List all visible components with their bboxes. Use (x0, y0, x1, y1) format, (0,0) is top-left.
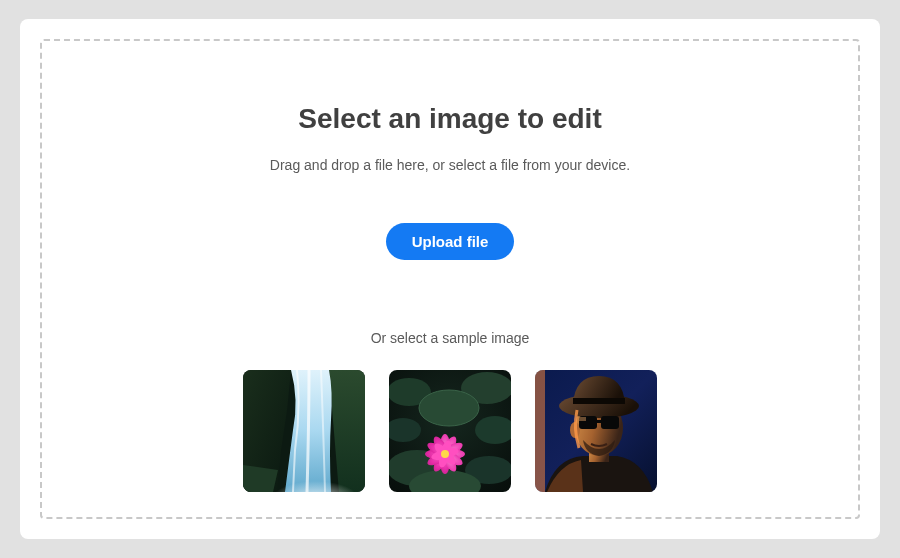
page-title: Select an image to edit (298, 103, 601, 135)
svg-point-21 (441, 450, 449, 458)
svg-rect-31 (597, 420, 601, 423)
dropzone[interactable]: Select an image to edit Drag and drop a … (40, 39, 860, 519)
svg-rect-23 (535, 370, 545, 492)
sample-prompt: Or select a sample image (371, 330, 530, 346)
sample-image-lotus[interactable] (389, 370, 511, 492)
page-subtitle: Drag and drop a file here, or select a f… (270, 157, 630, 173)
sample-image-portrait[interactable] (535, 370, 657, 492)
svg-rect-30 (601, 416, 619, 429)
svg-rect-28 (573, 398, 625, 404)
svg-rect-32 (579, 417, 586, 421)
sample-image-waterfall[interactable] (243, 370, 365, 492)
upload-card: Select an image to edit Drag and drop a … (20, 19, 880, 539)
sample-images-row (243, 370, 657, 492)
upload-button[interactable]: Upload file (386, 223, 515, 260)
